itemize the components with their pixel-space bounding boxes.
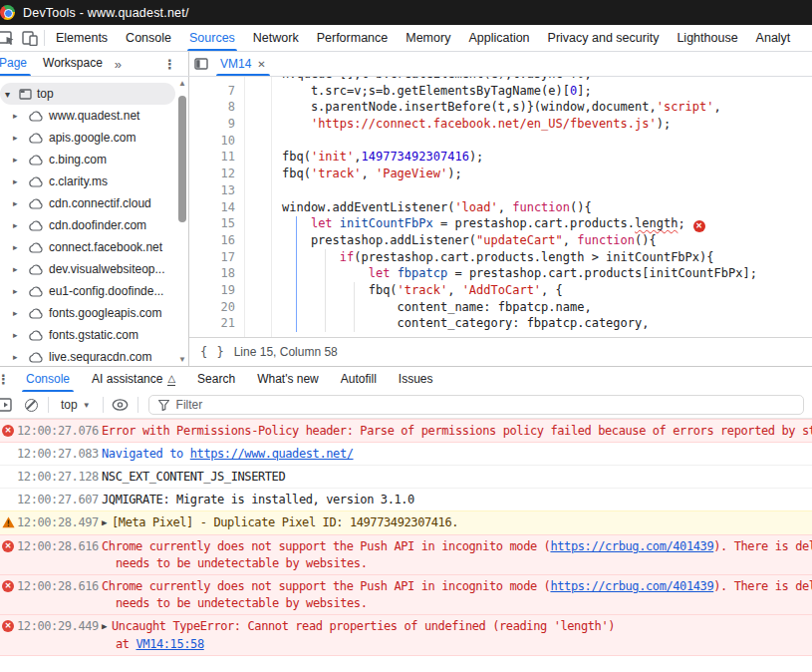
live-expression-eye-icon[interactable] (110, 394, 132, 416)
more-tabs-icon[interactable]: » (111, 57, 126, 72)
scroll-down-icon[interactable]: ▼ (176, 353, 188, 366)
code-token: fbpatcp (398, 266, 448, 280)
tree-item-connect-facebook-net[interactable]: ▸connect.facebook.net (0, 236, 188, 258)
triangle-collapsed-icon[interactable]: ▸ (13, 176, 22, 186)
expand-triangle-icon[interactable]: ▶ (102, 618, 107, 635)
triangle-collapsed-icon[interactable]: ▸ (13, 330, 22, 340)
message-link[interactable]: VM14:15:58 (135, 637, 203, 651)
tree-item-www-quadest-net[interactable]: ▸www.quadest.net (0, 105, 188, 127)
drawer-tab-console[interactable]: Console (15, 367, 81, 393)
tree-item-dev-visualwebsiteop-[interactable]: ▸dev.visualwebsiteop... (0, 258, 188, 280)
tree-item-fonts-googleapis-com[interactable]: ▸fonts.googleapis.com (0, 302, 188, 324)
drawer-tab-ai-assistance[interactable]: AI assistance△ (81, 367, 186, 393)
pretty-print-icon[interactable]: { } (200, 345, 225, 359)
triangle-collapsed-icon[interactable]: ▸ (13, 264, 22, 274)
drawer-tab-strip: ⋮ ConsoleAI assistance△SearchWhat's newA… (0, 366, 812, 392)
navigator-menu-icon[interactable]: ⋮ (163, 57, 176, 72)
clear-console-icon[interactable] (20, 394, 42, 416)
panel-tab-application[interactable]: Application (459, 25, 538, 52)
console-message-error: ✕12:00:28.616Chrome currently does not s… (0, 574, 812, 615)
line-number[interactable]: 16 (189, 232, 235, 249)
console-sidebar-icon[interactable] (0, 394, 16, 416)
tree-item-c-bing-com[interactable]: ▸c.bing.com (0, 149, 188, 170)
triangle-collapsed-icon[interactable]: ▸ (13, 111, 22, 121)
tree-item-cdn-doofinder-com[interactable]: ▸cdn.doofinder.com (0, 214, 188, 236)
panel-tab-sources[interactable]: Sources (180, 25, 244, 52)
line-number[interactable]: 14 (189, 199, 235, 216)
scrollbar-thumb[interactable] (178, 96, 186, 222)
console-message-log: 12:00:27.607JQMIGRATE: Migrate is instal… (0, 489, 812, 511)
line-number[interactable]: 21 (189, 315, 235, 332)
context-selector[interactable]: top ▼ (55, 398, 97, 412)
triangle-collapsed-icon[interactable]: ▸ (13, 242, 22, 252)
triangle-collapsed-icon[interactable]: ▸ (13, 220, 22, 230)
triangle-collapsed-icon[interactable]: ▸ (13, 352, 22, 362)
panel-tab-console[interactable]: Console (117, 25, 180, 52)
drawer-tab-issues[interactable]: Issues (388, 367, 444, 393)
tree-item-top-frame[interactable]: ▾top (0, 83, 175, 105)
code-area[interactable]: n.queue=[];t=b.createElement(e);t.async=… (272, 77, 812, 337)
line-number[interactable]: 17 (189, 249, 235, 266)
code-line: t.src=v;s=b.getElementsByTagName(e)[0]; (282, 83, 812, 100)
expand-triangle-icon[interactable]: ▶ (102, 514, 107, 531)
code-token: content_name: fbpatcp.name, (282, 300, 592, 314)
navigator-scrollbar[interactable]: ▲ ▼ (176, 77, 188, 366)
line-number[interactable]: 20 (189, 299, 235, 316)
drawer-tab-what-s-new[interactable]: What's new (246, 367, 330, 393)
sources-subheader: Page Workspace » ⋮ VM14 ✕ (0, 52, 812, 77)
filter-input[interactable]: Filter (148, 395, 804, 415)
tab-page[interactable]: Page (0, 52, 35, 76)
tree-item-eu1-config-doofinde-[interactable]: ▸eu1-config.doofinde... (0, 280, 188, 302)
line-number[interactable]: 18 (189, 265, 235, 282)
message-line: needs to be undetectable by websites. (102, 555, 812, 572)
line-number[interactable]: 13 (189, 182, 235, 199)
error-icon: ✕ (2, 620, 14, 632)
triangle-collapsed-icon[interactable]: ▸ (13, 133, 22, 143)
panel-tab-performance[interactable]: Performance (308, 25, 398, 52)
tree-item-cdn-connectif-cloud[interactable]: ▸cdn.connectif.cloud (0, 192, 188, 214)
panel-tab-memory[interactable]: Memory (397, 25, 459, 52)
tab-workspace[interactable]: Workspace (35, 52, 111, 76)
device-toolbar-icon[interactable] (18, 25, 42, 51)
tree-item-apis-google-com[interactable]: ▸apis.google.com (0, 127, 188, 149)
drawer-tab-search[interactable]: Search (186, 367, 246, 393)
hide-navigator-icon[interactable] (189, 52, 213, 76)
panel-tab-analyt[interactable]: Analyt (747, 25, 800, 52)
code-token: if (340, 250, 354, 264)
panel-tab-lighthouse[interactable]: Lighthouse (668, 25, 746, 52)
drawer-tab-autofill[interactable]: Autofill (330, 367, 388, 393)
message-link[interactable]: https://crbug.com/401439 (550, 539, 713, 553)
panel-tab-privacy-and-security[interactable]: Privacy and security (539, 25, 669, 52)
triangle-collapsed-icon[interactable]: ▸ (13, 198, 22, 208)
triangle-collapsed-icon[interactable]: ▸ (13, 308, 22, 318)
cloud-icon (27, 219, 44, 231)
panel-tab-elements[interactable]: Elements (47, 25, 117, 52)
panel-tab-network[interactable]: Network (244, 25, 308, 52)
message-link[interactable]: https://crbug.com/401439 (550, 579, 713, 593)
triangle-collapsed-icon[interactable]: ▸ (13, 155, 22, 165)
line-number[interactable]: 10 (189, 133, 235, 150)
line-number[interactable]: 12 (189, 166, 235, 182)
line-number[interactable]: 19 (189, 282, 235, 299)
line-number[interactable]: 15 (189, 215, 235, 232)
scroll-up-icon[interactable]: ▲ (176, 77, 188, 90)
line-number[interactable]: 8 (189, 99, 235, 116)
editor-tab-vm14[interactable]: VM14 ✕ (213, 52, 273, 76)
triangle-collapsed-icon[interactable]: ▸ (13, 286, 22, 296)
inspect-element-icon[interactable] (0, 25, 18, 51)
breakpoint-gutter[interactable] (245, 77, 272, 337)
drawer-menu-icon[interactable]: ⋮ (0, 372, 7, 387)
tree-item-fonts-gstatic-com[interactable]: ▸fonts.gstatic.com (0, 324, 188, 346)
inline-error-icon[interactable]: ✕ (693, 220, 705, 232)
line-number[interactable]: 7 (189, 83, 235, 100)
console-message-warning: 12:00:28.497▶[Meta Pixel] - Duplicate Pi… (0, 510, 812, 535)
triangle-expanded-icon[interactable]: ▾ (5, 89, 14, 100)
close-tab-icon[interactable]: ✕ (257, 53, 265, 76)
line-number[interactable]: 11 (189, 149, 235, 166)
tree-item-live-sequracdn-com[interactable]: ▸live.sequracdn.com (0, 346, 188, 366)
line-number[interactable]: 9 (189, 116, 235, 133)
message-link[interactable]: https://www.quadest.net/ (190, 447, 354, 461)
cloud-icon (27, 132, 44, 144)
cloud-icon (27, 329, 44, 341)
tree-item-c-clarity-ms[interactable]: ▸c.clarity.ms (0, 170, 188, 192)
